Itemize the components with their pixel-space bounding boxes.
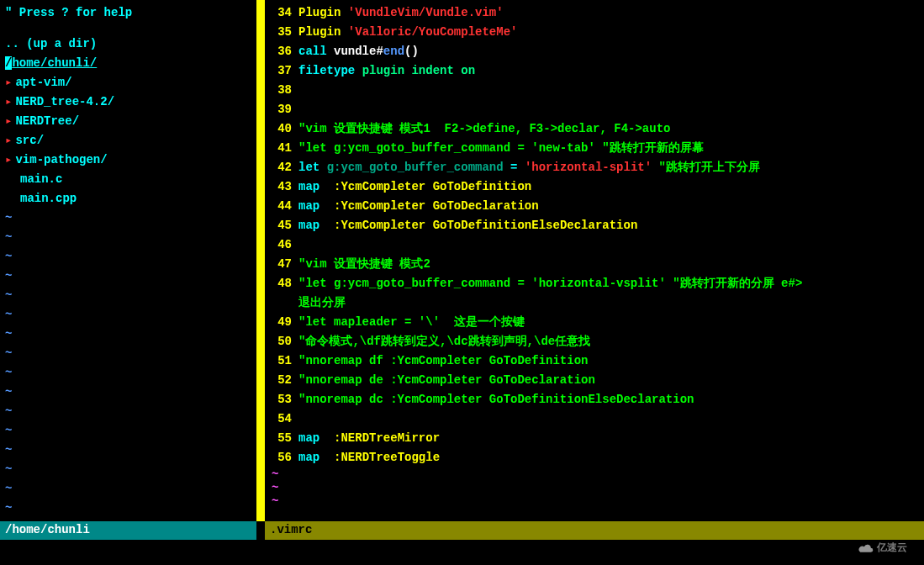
tree-file[interactable]: main.cpp [5, 189, 251, 209]
line-number: 40 [265, 119, 298, 139]
line-number: 35 [265, 23, 298, 42]
nerdtree-updir[interactable]: .. (up a dir) [5, 34, 251, 54]
code-line[interactable]: 51"nnoremap df :YcmCompleter GoToDefinit… [265, 351, 924, 371]
tilde: ~ [5, 499, 251, 518]
tilde: ~ [5, 286, 251, 305]
arrow-icon: ▸ [5, 134, 12, 147]
line-number: 52 [265, 371, 298, 390]
code-line[interactable]: 52"nnoremap de :YcmCompleter GoToDeclara… [265, 371, 924, 390]
tilde: ~ [5, 460, 251, 479]
arrow-icon: ▸ [5, 76, 12, 89]
line-number [265, 293, 298, 313]
line-number: 44 [265, 197, 298, 216]
code-line[interactable]: 43map :YcmCompleter GoToDefinition [265, 177, 924, 197]
tilde: ~ [5, 209, 251, 228]
code-line[interactable]: 36call vundle#end() [265, 42, 924, 61]
code-line[interactable]: 35Plugin 'Valloric/YouCompleteMe' [265, 23, 924, 42]
code-line[interactable]: 41"let g:ycm_goto_buffer_command = 'new-… [265, 139, 924, 158]
tree-file[interactable]: main.c [5, 170, 251, 189]
line-number: 54 [265, 409, 298, 429]
code-line[interactable]: 39 [265, 100, 924, 119]
tree-dir[interactable]: ▸NERD_tree-4.2/ [5, 92, 251, 112]
cloud-icon [858, 543, 874, 553]
line-number: 46 [265, 235, 298, 255]
line-number: 55 [265, 429, 298, 448]
code-line[interactable]: 退出分屏 [265, 293, 924, 313]
code-line[interactable]: 53"nnoremap dc :YcmCompleter GoToDefinit… [265, 390, 924, 409]
line-number: 48 [265, 274, 298, 293]
line-number: 37 [265, 61, 298, 81]
vim-window: " Press ? for help .. (up a dir) /home/c… [0, 0, 924, 521]
tilde: ~ [5, 383, 251, 402]
arrow-icon: ▸ [5, 153, 12, 166]
tilde: ~ [5, 479, 251, 499]
nerdtree-path[interactable]: /home/chunli/ [5, 54, 251, 73]
line-number: 39 [265, 100, 298, 119]
statusbar: /home/chunli .vimrc [0, 521, 924, 540]
tilde: ~ [5, 228, 251, 247]
split-divider[interactable] [256, 0, 265, 521]
watermark: 亿速云 [858, 541, 907, 555]
tilde: ~ [265, 494, 924, 508]
line-number: 38 [265, 81, 298, 100]
tilde: ~ [265, 467, 924, 481]
tree-dir[interactable]: ▸src/ [5, 131, 251, 150]
status-left: /home/chunli [0, 521, 256, 540]
line-number: 43 [265, 177, 298, 197]
tilde: ~ [5, 305, 251, 325]
tilde: ~ [5, 247, 251, 267]
code-line[interactable]: 55map :NERDTreeMirror [265, 429, 924, 448]
code-line[interactable]: 48"let g:ycm_goto_buffer_command = 'hori… [265, 274, 924, 293]
code-line[interactable]: 37filetype plugin indent on [265, 61, 924, 81]
code-line[interactable]: 38 [265, 81, 924, 100]
line-number: 42 [265, 158, 298, 177]
line-number: 49 [265, 313, 298, 332]
tilde: ~ [5, 402, 251, 421]
tilde: ~ [265, 481, 924, 494]
code-line[interactable]: 34Plugin 'VundleVim/Vundle.vim' [265, 3, 924, 23]
status-right: .vimrc [265, 521, 924, 540]
tilde: ~ [5, 325, 251, 344]
code-line[interactable]: 45map :YcmCompleter GoToDefinitionElseDe… [265, 216, 924, 235]
nerdtree-help: " Press ? for help [5, 3, 251, 23]
tilde: ~ [5, 441, 251, 460]
code-line[interactable]: 42let g:ycm_goto_buffer_command = 'horiz… [265, 158, 924, 177]
line-number: 45 [265, 216, 298, 235]
line-number: 51 [265, 351, 298, 371]
command-line[interactable] [0, 540, 924, 565]
line-number: 47 [265, 255, 298, 274]
tree-dir[interactable]: ▸NERDTree/ [5, 112, 251, 131]
code-line[interactable]: 47"vim 设置快捷键 模式2 [265, 255, 924, 274]
line-number: 56 [265, 448, 298, 467]
code-line[interactable]: 44map :YcmCompleter GoToDeclaration [265, 197, 924, 216]
line-number: 41 [265, 139, 298, 158]
tree-dir[interactable]: ▸apt-vim/ [5, 73, 251, 92]
arrow-icon: ▸ [5, 95, 12, 108]
code-line[interactable]: 50"命令模式,\df跳转到定义,\dc跳转到声明,\de任意找 [265, 332, 924, 351]
code-line[interactable]: 49"let mapleader = '\' 这是一个按键 [265, 313, 924, 332]
tilde: ~ [5, 344, 251, 363]
editor-pane[interactable]: 34Plugin 'VundleVim/Vundle.vim'35Plugin … [265, 0, 924, 521]
line-number: 53 [265, 390, 298, 409]
code-line[interactable]: 40"vim 设置快捷键 模式1 F2->define, F3->declar,… [265, 119, 924, 139]
line-number: 34 [265, 3, 298, 23]
nerdtree-sidebar[interactable]: " Press ? for help .. (up a dir) /home/c… [0, 0, 256, 521]
tilde: ~ [5, 267, 251, 286]
tree-dir[interactable]: ▸vim-pathogen/ [5, 150, 251, 170]
code-line[interactable]: 56map :NERDTreeToggle [265, 448, 924, 467]
line-number: 36 [265, 42, 298, 61]
code-line[interactable]: 46 [265, 235, 924, 255]
tilde: ~ [5, 421, 251, 441]
line-number: 50 [265, 332, 298, 351]
arrow-icon: ▸ [5, 114, 12, 128]
tilde: ~ [5, 363, 251, 383]
code-line[interactable]: 54 [265, 409, 924, 429]
